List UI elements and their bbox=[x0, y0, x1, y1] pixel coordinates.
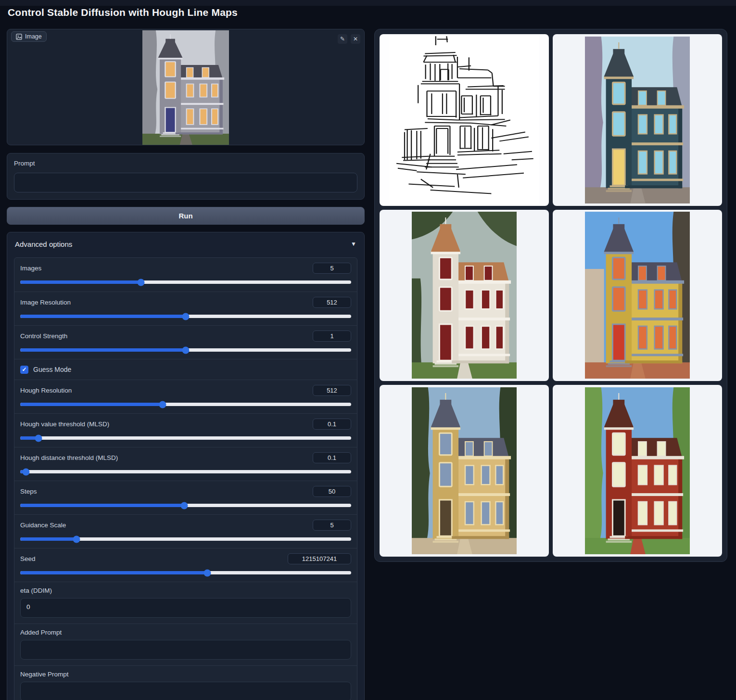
steps-slider-thumb[interactable] bbox=[180, 502, 188, 509]
hough-resolution-label: Hough Resolution bbox=[20, 387, 72, 394]
hough-resolution-value-input[interactable]: 512 bbox=[313, 385, 351, 396]
negative-prompt-label: Negative Prompt bbox=[20, 671, 351, 678]
images-slider[interactable] bbox=[20, 280, 351, 284]
steps-label: Steps bbox=[20, 488, 37, 495]
seed-slider[interactable] bbox=[20, 571, 351, 574]
guidance-scale-slider-fill bbox=[20, 537, 76, 541]
guidance-scale-value-input[interactable]: 5 bbox=[313, 520, 351, 531]
steps-slider-fill bbox=[20, 504, 184, 507]
seed-value-input[interactable]: 1215107241 bbox=[288, 553, 351, 564]
eta-ddim-input[interactable]: 0 bbox=[20, 598, 351, 618]
run-button[interactable]: Run bbox=[7, 207, 365, 225]
guess-mode-checkbox[interactable]: ✓ bbox=[20, 366, 28, 374]
images-slider-thumb[interactable] bbox=[138, 279, 145, 286]
slider-row-hough-value-threshold: Hough value threshold (MLSD)0.1 bbox=[14, 413, 357, 447]
hough-resolution-slider-thumb[interactable] bbox=[159, 401, 166, 408]
images-value-input[interactable]: 5 bbox=[313, 263, 351, 274]
prompt-label: Prompt bbox=[14, 160, 35, 167]
hough-value-threshold-slider[interactable] bbox=[20, 436, 351, 440]
guidance-scale-slider-thumb[interactable] bbox=[73, 535, 80, 543]
page-title: Control Stable Diffusion with Hough Line… bbox=[8, 7, 238, 18]
image-label: Image bbox=[25, 33, 42, 40]
guidance-scale-slider[interactable] bbox=[20, 537, 351, 541]
slider-row-guidance-scale: Guidance Scale5 bbox=[14, 514, 357, 548]
advanced-options-header[interactable]: Advanced options ▼ bbox=[7, 232, 364, 255]
image-upload-panel[interactable]: Image ✎ ✕ bbox=[7, 29, 365, 145]
hough-distance-threshold-slider-thumb[interactable] bbox=[22, 468, 29, 475]
textbox-row-added-prompt: Added Prompt bbox=[14, 624, 357, 665]
collapse-arrow-icon: ▼ bbox=[351, 241, 356, 247]
gallery-cell-hough-line-map-output[interactable] bbox=[380, 34, 549, 206]
control-strength-slider-fill bbox=[20, 348, 186, 352]
slider-row-hough-distance-threshold: Hough distance threshold (MLSD)0.1 bbox=[14, 447, 357, 481]
slider-row-images: Images5 bbox=[14, 258, 357, 292]
guess-mode-label: Guess Mode bbox=[33, 366, 71, 373]
edit-image-button[interactable]: ✎ bbox=[338, 34, 347, 44]
image-resolution-slider[interactable] bbox=[20, 315, 351, 318]
steps-value-input[interactable]: 50 bbox=[313, 486, 351, 497]
added-prompt-label: Added Prompt bbox=[20, 629, 351, 636]
gallery-cell-generated-image-white-house[interactable] bbox=[380, 210, 549, 382]
slider-row-hough-resolution: Hough Resolution512 bbox=[14, 380, 357, 413]
hough-value-threshold-label: Hough value threshold (MLSD) bbox=[20, 420, 109, 428]
image-resolution-slider-thumb[interactable] bbox=[182, 313, 190, 320]
hough-value-threshold-value-input[interactable]: 0.1 bbox=[313, 419, 351, 430]
top-strip bbox=[0, 0, 736, 6]
seed-label: Seed bbox=[20, 555, 36, 562]
control-strength-label: Control Strength bbox=[20, 332, 67, 340]
output-gallery bbox=[374, 29, 727, 562]
image-resolution-value-input[interactable]: 512 bbox=[313, 297, 351, 308]
input-image-preview bbox=[142, 30, 229, 145]
eta-ddim-label: eta (DDIM) bbox=[20, 587, 351, 594]
prompt-panel: Prompt bbox=[7, 153, 365, 200]
advanced-options-rows: Images5Image Resolution512Control Streng… bbox=[14, 257, 357, 700]
steps-slider[interactable] bbox=[20, 504, 351, 507]
added-prompt-input[interactable] bbox=[20, 640, 351, 660]
slider-row-image-resolution: Image Resolution512 bbox=[14, 292, 357, 325]
image-label-chip: Image bbox=[11, 31, 47, 42]
control-strength-value-input[interactable]: 1 bbox=[313, 331, 351, 342]
checkbox-row-guess-mode: ✓Guess Mode bbox=[14, 359, 357, 380]
gallery-cell-generated-image-gold-house[interactable] bbox=[380, 385, 549, 557]
control-strength-slider-thumb[interactable] bbox=[182, 346, 190, 354]
hough-resolution-slider[interactable] bbox=[20, 403, 351, 406]
image-resolution-slider-fill bbox=[20, 315, 186, 318]
hough-resolution-slider-fill bbox=[20, 403, 163, 406]
hough-distance-threshold-label: Hough distance threshold (MLSD) bbox=[20, 454, 118, 461]
hough-distance-threshold-value-input[interactable]: 0.1 bbox=[313, 452, 351, 463]
slider-row-seed: Seed1215107241 bbox=[14, 548, 357, 582]
textbox-row-negative-prompt: Negative Prompt bbox=[14, 665, 357, 700]
advanced-options-panel: Advanced options ▼ Images5Image Resoluti… bbox=[7, 232, 365, 700]
slider-row-steps: Steps50 bbox=[14, 481, 357, 514]
image-actions: ✎ ✕ bbox=[338, 34, 360, 44]
image-icon bbox=[16, 34, 22, 40]
advanced-options-label: Advanced options bbox=[15, 240, 72, 248]
prompt-input[interactable] bbox=[14, 173, 357, 192]
textbox-row-eta-ddim: eta (DDIM)0 bbox=[14, 582, 357, 624]
hough-value-threshold-slider-thumb[interactable] bbox=[35, 434, 42, 442]
clear-image-button[interactable]: ✕ bbox=[351, 34, 360, 44]
guidance-scale-label: Guidance Scale bbox=[20, 522, 66, 529]
images-slider-fill bbox=[20, 280, 141, 284]
gallery-cell-generated-image-red-brick-house[interactable] bbox=[553, 385, 722, 557]
gallery-cell-generated-image-yellow-house[interactable] bbox=[553, 210, 722, 382]
seed-slider-fill bbox=[20, 571, 207, 574]
image-resolution-label: Image Resolution bbox=[20, 299, 71, 306]
seed-slider-thumb[interactable] bbox=[203, 569, 211, 576]
gallery-cell-generated-image-teal-house[interactable] bbox=[553, 34, 722, 206]
control-strength-slider[interactable] bbox=[20, 348, 351, 352]
negative-prompt-input[interactable] bbox=[20, 682, 351, 700]
hough-distance-threshold-slider[interactable] bbox=[20, 470, 351, 473]
images-label: Images bbox=[20, 265, 41, 272]
slider-row-control-strength: Control Strength1 bbox=[14, 325, 357, 359]
